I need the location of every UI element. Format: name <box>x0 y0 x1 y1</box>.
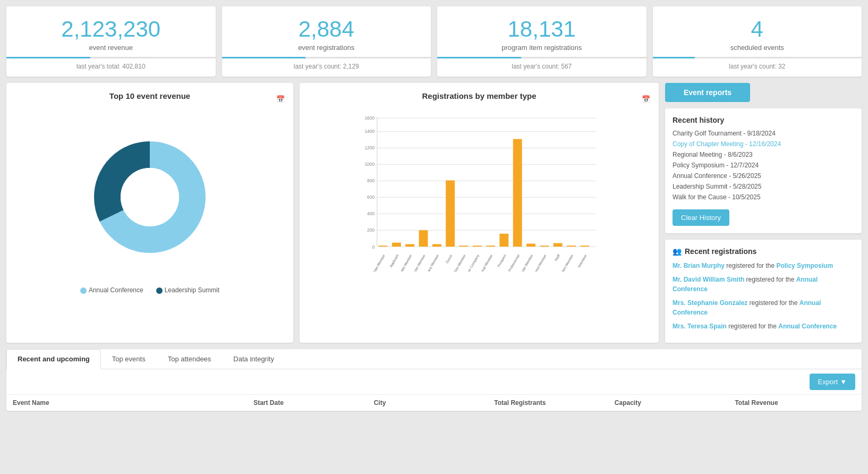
svg-rect-24 <box>392 243 401 247</box>
svg-text:600: 600 <box>367 194 375 200</box>
donut-legend: Annual Conference Leadership Summit <box>15 286 285 294</box>
recent-history-panel: Recent history Charity Golf Tournament -… <box>665 108 862 233</box>
reg-person-link-3[interactable]: Mrs. Teresa Spain <box>673 323 727 330</box>
history-title: Recent history <box>673 116 854 124</box>
svg-text:Volunteer: Volunteer <box>577 253 588 268</box>
table-header-3: Total Registrants <box>494 399 615 407</box>
svg-rect-40 <box>499 234 508 247</box>
reg-event-link-3[interactable]: Annual Conference <box>778 323 837 330</box>
bar-chart-visual: 0 200 400 600 800 1000 1200 1400 1600 <box>308 112 650 272</box>
table-header-5: Total Revenue <box>735 399 855 407</box>
svg-rect-50 <box>567 246 576 247</box>
stat-card-3: 4 scheduled events last year's count: 32 <box>653 6 862 77</box>
recent-reg-list: Mr. Brian Murphy registered for the Poli… <box>673 261 854 331</box>
stat-sub-0: last year's total: 402,810 <box>15 58 207 77</box>
stat-label-2: program item registrations <box>446 44 638 52</box>
table-header-0: Event Name <box>13 399 253 407</box>
stat-cards-row: 2,123,230 event revenue last year's tota… <box>6 6 862 77</box>
table-header-2: City <box>374 399 495 407</box>
export-button[interactable]: Export ▼ <box>810 374 855 390</box>
stat-card-1: 2,884 event registrations last year's co… <box>222 6 431 77</box>
svg-text:Staff: Staff <box>554 254 560 262</box>
stat-label-3: scheduled events <box>661 44 854 52</box>
reg-item-0: Mr. Brian Murphy registered for the Poli… <box>673 261 854 270</box>
svg-text:1600: 1600 <box>364 115 375 121</box>
svg-text:Non Member: Non Member <box>453 253 466 272</box>
reg-person-link-1[interactable]: Mr. David William Smith <box>673 276 744 283</box>
history-item-5[interactable]: Leadership Summit - 5/28/2025 <box>673 183 854 190</box>
tab-top-attendees[interactable]: Top attendees <box>157 349 223 369</box>
svg-text:800: 800 <box>367 178 375 183</box>
charts-column: Top 10 event revenue 📅 <box>6 83 659 343</box>
stat-value-0: 2,123,230 <box>15 17 207 41</box>
reg-person-link-0[interactable]: Mr. Brian Murphy <box>673 262 725 269</box>
history-item-3[interactable]: Policy Symposium - 12/7/2024 <box>673 162 854 169</box>
svg-text:Prospect: Prospect <box>497 254 507 268</box>
stat-label-0: event revenue <box>15 44 207 52</box>
history-item-0[interactable]: Charity Golf Tournament - 9/18/2024 <box>673 130 854 137</box>
svg-text:Retired Member: Retired Member <box>531 253 547 272</box>
stat-card-2: 18,131 program item registrations last y… <box>437 6 646 77</box>
legend-leadership: Leadership Summit <box>165 286 219 294</box>
svg-text:1400: 1400 <box>364 129 375 134</box>
reg-person-link-2[interactable]: Mrs. Stephanie Gonzalez <box>673 299 747 307</box>
tab-top-events[interactable]: Top events <box>101 349 157 369</box>
svg-text:Regular Member: Regular Member <box>517 253 534 272</box>
stat-value-1: 2,884 <box>231 17 423 41</box>
right-panel: Event reports Recent history Charity Gol… <box>665 83 862 343</box>
svg-text:400: 400 <box>367 211 375 216</box>
svg-text:0: 0 <box>372 244 375 250</box>
event-reports-button[interactable]: Event reports <box>665 83 750 102</box>
history-item-6[interactable]: Walk for the Cause - 10/5/2025 <box>673 193 854 201</box>
tab-recent-and-upcoming[interactable]: Recent and upcoming <box>6 349 101 369</box>
stat-value-3: 4 <box>661 17 854 41</box>
reg-item-2: Mrs. Stephanie Gonzalez registered for t… <box>673 298 854 317</box>
svg-text:Affiliate Member: Affiliate Member <box>370 253 386 272</box>
svg-rect-22 <box>379 246 388 247</box>
dropdown-arrow-icon: ▼ <box>840 378 847 386</box>
svg-text:200: 200 <box>367 227 375 233</box>
stat-label-1: event registrations <box>231 44 423 52</box>
bar-chart-section: Registrations by member type 📅 0 200 400… <box>300 83 659 343</box>
tab-data-integrity[interactable]: Data integrity <box>222 349 285 369</box>
svg-rect-52 <box>580 246 589 247</box>
recent-reg-title: 👥 Recent registrations <box>673 247 854 256</box>
donut-chart-title: Top 10 event revenue <box>109 91 190 100</box>
svg-rect-48 <box>554 243 563 247</box>
svg-rect-28 <box>419 230 428 247</box>
svg-rect-34 <box>459 246 469 247</box>
table-header: Event NameStart DateCityTotal Registrant… <box>6 394 862 411</box>
svg-text:Applicant: Applicant <box>389 254 399 268</box>
reg-item-1: Mr. David William Smith registered for t… <box>673 275 854 294</box>
reg-event-link-0[interactable]: Policy Symposium <box>776 262 833 269</box>
svg-rect-26 <box>405 244 414 247</box>
svg-text:Donor: Donor <box>445 253 453 264</box>
svg-rect-32 <box>446 181 455 247</box>
history-link-1[interactable]: Copy of Chapter Meeting - 12/16/2024 <box>673 140 781 148</box>
svg-rect-42 <box>513 139 522 247</box>
history-item-2[interactable]: Regional Meeting - 8/6/2023 <box>673 151 854 158</box>
svg-rect-30 <box>432 244 441 247</box>
legend-annual: Annual Conference <box>89 286 143 294</box>
clear-history-button[interactable]: Clear History <box>673 209 729 226</box>
stat-sub-2: last year's count: 567 <box>446 58 638 77</box>
stat-sub-1: last year's count: 2,129 <box>231 58 423 77</box>
svg-text:PT Professional: PT Professional <box>505 253 520 272</box>
donut-chart-visual <box>15 112 285 282</box>
donut-chart-section: Top 10 event revenue 📅 <box>6 83 293 343</box>
recent-registrations-panel: 👥 Recent registrations Mr. Brian Murphy … <box>665 240 862 343</box>
svg-point-2 <box>121 168 179 226</box>
history-item-1[interactable]: Copy of Chapter Meeting - 12/16/2024 <box>673 140 854 148</box>
stat-card-0: 2,123,230 event revenue last year's tota… <box>6 6 216 77</box>
bottom-section: Recent and upcomingTop eventsTop attende… <box>6 349 862 411</box>
svg-rect-38 <box>486 246 495 247</box>
svg-text:Student Member: Student Member <box>558 253 574 272</box>
tabs-row: Recent and upcomingTop eventsTop attende… <box>6 349 862 369</box>
reg-item-3: Mrs. Teresa Spain registered for the Ann… <box>673 321 854 331</box>
history-item-4[interactable]: Annual Conference - 5/26/2025 <box>673 172 854 180</box>
table-header-1: Start Date <box>253 399 374 407</box>
donut-calendar-icon[interactable]: 📅 <box>276 95 285 103</box>
bar-calendar-icon[interactable]: 📅 <box>642 95 650 103</box>
svg-rect-46 <box>540 246 549 247</box>
stat-value-2: 18,131 <box>446 17 638 41</box>
